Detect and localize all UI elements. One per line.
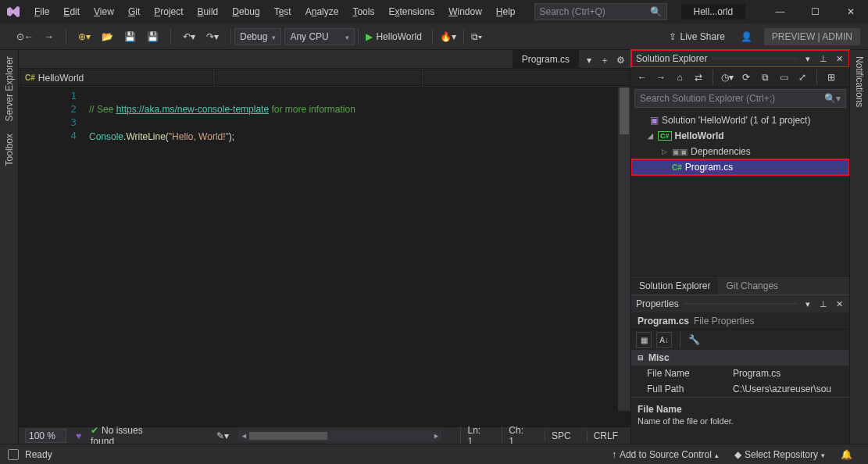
- zoom-combo[interactable]: 100 %: [25, 429, 66, 443]
- add-tab-button[interactable]: ＋: [598, 52, 612, 68]
- collapse-icon[interactable]: ⊟: [638, 354, 644, 362]
- solution-explorer-search[interactable]: Search Solution Explorer (Ctrl+;) 🔍▾: [634, 89, 846, 108]
- menu-window[interactable]: Window: [442, 3, 488, 20]
- redo-button[interactable]: ↷▾: [202, 28, 223, 45]
- se-fwd-button[interactable]: →: [653, 70, 669, 85]
- hot-reload-button[interactable]: 🔥▾: [436, 28, 460, 45]
- property-pages-button[interactable]: 🔧: [688, 334, 700, 345]
- scrollbar-thumb[interactable]: [620, 87, 629, 134]
- main-menu: File Edit View Git Project Build Debug T…: [28, 3, 522, 20]
- spc-indicator[interactable]: SPC: [545, 430, 577, 441]
- close-button[interactable]: ✕: [833, 0, 868, 23]
- se-switch-button[interactable]: ⇄: [691, 70, 706, 85]
- properties-target[interactable]: Program.cs File Properties: [631, 312, 849, 330]
- layout-button[interactable]: ⧉▾: [467, 28, 486, 45]
- properties-target-name: Program.cs: [638, 316, 689, 327]
- save-all-button[interactable]: 💾: [143, 28, 163, 45]
- open-button[interactable]: 📂: [98, 28, 117, 45]
- add-source-control-button[interactable]: ↑ Add to Source Control: [604, 449, 727, 460]
- property-value[interactable]: Program.cs: [733, 368, 849, 379]
- tab-solution-explorer[interactable]: Solution Explorer: [631, 277, 718, 294]
- menu-build[interactable]: Build: [191, 3, 225, 20]
- alphabetical-button[interactable]: A↓: [656, 332, 672, 348]
- pin-icon[interactable]: ⊥: [818, 53, 829, 64]
- menu-extensions[interactable]: Extensions: [382, 3, 441, 20]
- categorized-button[interactable]: ▦: [636, 332, 652, 348]
- props-category-misc[interactable]: ⊟ Misc: [631, 350, 849, 366]
- arrow-up-icon: ↑: [612, 449, 616, 460]
- properties-header[interactable]: Properties ┄┄┄┄┄┄┄┄┄┄┄┄┄┄┄┄┄┄┄┄┄┄┄┄┄┄ ▾ …: [631, 295, 849, 312]
- menu-help[interactable]: Help: [490, 3, 522, 20]
- menu-debug[interactable]: Debug: [226, 3, 266, 20]
- solution-node[interactable]: ▣ Solution 'HelloWorld' (1 of 1 project): [631, 112, 849, 128]
- se-back-button[interactable]: ←: [634, 70, 650, 85]
- menu-tools[interactable]: Tools: [346, 3, 380, 20]
- minimize-button[interactable]: —: [763, 0, 798, 23]
- new-project-button[interactable]: ⊕▾: [74, 28, 95, 45]
- solution-tree[interactable]: ▣ Solution 'HelloWorld' (1 of 1 project)…: [631, 109, 849, 276]
- select-repository-button[interactable]: ◆ Select Repository: [727, 449, 833, 460]
- expand-icon[interactable]: ▷: [659, 148, 669, 155]
- maximize-button[interactable]: ☐: [798, 0, 833, 23]
- se-home-button[interactable]: ⌂: [672, 70, 688, 85]
- tab-git-changes[interactable]: Git Changes: [718, 277, 786, 294]
- undo-button[interactable]: ↶▾: [179, 28, 199, 45]
- collapse-icon[interactable]: ◢: [645, 132, 655, 140]
- feedback-button[interactable]: 👤: [737, 28, 756, 45]
- health-icon[interactable]: ♥: [76, 430, 81, 441]
- task-status-icon[interactable]: [8, 449, 19, 460]
- se-properties-button[interactable]: ⊞: [823, 70, 839, 85]
- solution-explorer-header[interactable]: Solution Explorer ┄┄┄┄┄┄┄┄┄┄┄┄┄┄┄┄┄┄┄┄┄┄…: [631, 50, 849, 67]
- crlf-indicator[interactable]: CRLF: [587, 430, 624, 441]
- config-dropdown[interactable]: Debug: [234, 28, 281, 45]
- nav-type-combo[interactable]: [215, 70, 422, 86]
- notifications-tab[interactable]: Notifications: [854, 56, 865, 107]
- dependencies-node[interactable]: ▷ ▣▣ Dependencies: [631, 144, 849, 159]
- project-node[interactable]: ◢ C# HelloWorld: [631, 128, 849, 144]
- se-refresh-button[interactable]: ⟳: [738, 70, 754, 85]
- search-placeholder: Search (Ctrl+Q): [540, 6, 650, 17]
- live-share-button[interactable]: ⇪ Live Share: [665, 28, 728, 45]
- nav-project-combo[interactable]: C# HelloWorld: [20, 70, 213, 86]
- menu-analyze[interactable]: Analyze: [299, 3, 345, 20]
- menu-git[interactable]: Git: [122, 3, 146, 20]
- document-tab[interactable]: Program.cs: [513, 49, 579, 68]
- se-sync-button[interactable]: ◷▾: [720, 70, 735, 85]
- program-cs-node[interactable]: C# Program.cs: [631, 159, 849, 175]
- se-filter-button[interactable]: ⧉: [757, 70, 773, 85]
- close-icon[interactable]: ✕: [834, 53, 845, 64]
- property-name: File Name: [631, 368, 733, 379]
- se-collapse-button[interactable]: ⤢: [795, 70, 810, 85]
- property-row-fullpath[interactable]: Full Path C:\Users\azureuser\sou: [631, 381, 849, 397]
- platform-dropdown[interactable]: Any CPU: [284, 28, 355, 45]
- toolbox-tab[interactable]: Toolbox: [4, 134, 15, 166]
- pin-tab-button[interactable]: ▾: [582, 52, 596, 68]
- menu-test[interactable]: Test: [268, 3, 298, 20]
- code-content[interactable]: // See https://aka.ms/new-console-templa…: [89, 87, 630, 427]
- server-explorer-tab[interactable]: Server Explorer: [4, 56, 15, 121]
- start-button[interactable]: ▶ HelloWorld: [362, 28, 428, 45]
- tweak-icon[interactable]: ✎▾: [216, 430, 229, 441]
- menu-file[interactable]: File: [28, 3, 55, 20]
- panel-options-icon[interactable]: ▾: [802, 298, 813, 309]
- menu-view[interactable]: View: [88, 3, 120, 20]
- close-icon[interactable]: ✕: [834, 298, 845, 309]
- nav-fwd-button[interactable]: →: [41, 28, 58, 45]
- se-showall-button[interactable]: ▭: [776, 70, 791, 85]
- nav-back-button[interactable]: ⊙←: [13, 28, 38, 45]
- vertical-scrollbar[interactable]: [618, 87, 630, 411]
- menu-edit[interactable]: Edit: [57, 3, 86, 20]
- nav-member-combo[interactable]: [423, 70, 630, 86]
- menu-project[interactable]: Project: [148, 3, 189, 20]
- pin-icon[interactable]: ⊥: [818, 298, 829, 309]
- notifications-bell[interactable]: 🔔: [833, 449, 860, 460]
- property-row-filename[interactable]: File Name Program.cs: [631, 366, 849, 381]
- quick-search[interactable]: Search (Ctrl+Q) 🔍: [534, 3, 667, 20]
- save-button[interactable]: 💾: [120, 28, 140, 45]
- panel-options-icon[interactable]: ▾: [802, 53, 813, 64]
- tab-options-button[interactable]: ⚙: [613, 52, 627, 68]
- horizontal-scrollbar[interactable]: ◄►: [238, 430, 441, 441]
- code-editor[interactable]: 1234 // See https://aka.ms/new-console-t…: [19, 87, 630, 427]
- live-share-label: Live Share: [680, 31, 724, 42]
- repo-icon: ◆: [734, 449, 741, 460]
